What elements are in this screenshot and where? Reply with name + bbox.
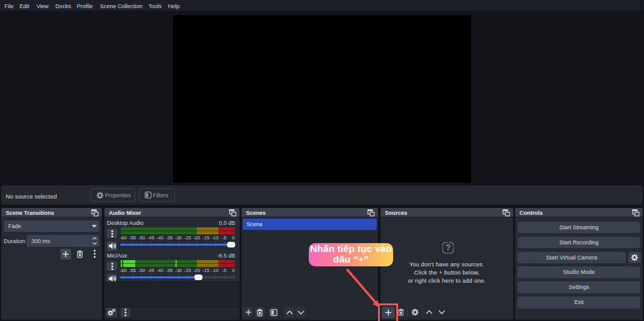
svg-text:?: ?	[445, 242, 451, 253]
